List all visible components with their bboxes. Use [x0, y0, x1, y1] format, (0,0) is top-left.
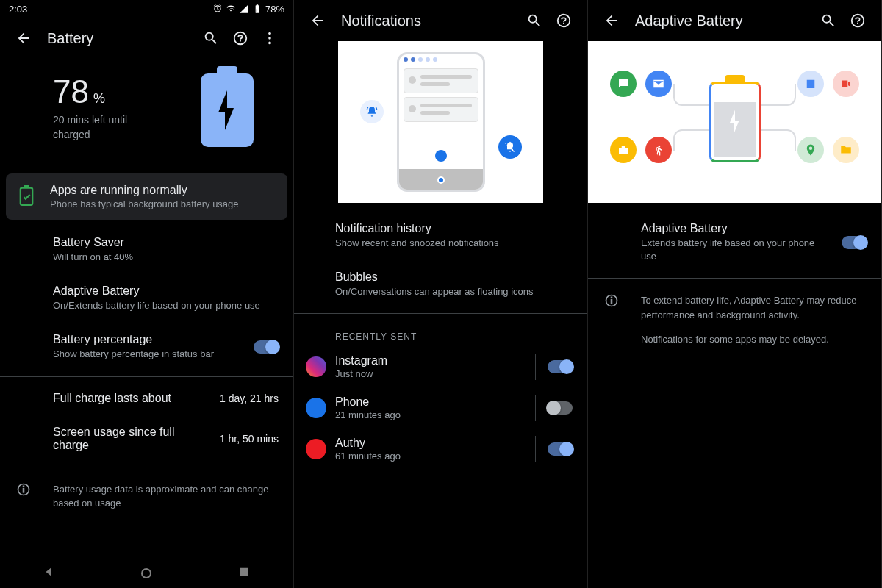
screen-usage-row[interactable]: Screen usage since full charge 1 hr, 50 … — [0, 415, 293, 462]
app-bar: Notifications — [294, 0, 587, 41]
recently-sent-header: RECENTLY SENT — [294, 318, 587, 346]
battery-percentage-toggle[interactable] — [254, 340, 279, 354]
svg-point-2 — [268, 42, 271, 45]
overflow-button[interactable] — [255, 24, 284, 53]
status-icons: 78% — [212, 4, 284, 15]
back-button[interactable] — [303, 6, 332, 35]
app-notification-toggle[interactable] — [548, 360, 573, 373]
run-chip-icon — [645, 137, 672, 163]
recently-sent-list: InstagramJust nowPhone21 minutes agoAuth… — [294, 346, 587, 470]
folder-chip-icon — [833, 137, 859, 163]
clock: 2:03 — [9, 4, 27, 15]
app-notification-toggle[interactable] — [548, 401, 573, 415]
search-button[interactable] — [196, 24, 226, 53]
bell-ring-icon — [360, 100, 384, 123]
info-icon — [604, 293, 619, 312]
svg-rect-6 — [23, 488, 24, 492]
alarm-icon — [212, 4, 223, 14]
app-bar: Adaptive Battery — [588, 0, 881, 41]
help-button[interactable] — [226, 24, 255, 53]
battery-large-icon — [201, 74, 254, 147]
svg-rect-8 — [240, 568, 248, 576]
back-button[interactable] — [597, 6, 626, 35]
app-notification-row[interactable]: Authy61 minutes ago — [294, 429, 587, 470]
app-notification-row[interactable]: Phone21 minutes ago — [294, 387, 587, 429]
adaptive-toggle-row[interactable]: Adaptive Battery Extends battery life ba… — [588, 212, 881, 273]
adaptive-battery-row[interactable]: Adaptive Battery On/Extends battery life… — [0, 274, 293, 323]
app-time: 21 minutes ago — [335, 409, 401, 420]
adaptive-info: To extend battery life, Adaptive Battery… — [588, 283, 881, 357]
battery-status-card[interactable]: Apps are running normally Phone has typi… — [6, 173, 287, 220]
app-time: 61 minutes ago — [335, 451, 401, 462]
help-icon — [556, 12, 572, 29]
nav-bar — [0, 559, 293, 588]
nav-home[interactable] — [141, 568, 151, 578]
app-icon — [306, 398, 326, 418]
notifications-screen: Notifications Notificati — [294, 0, 588, 588]
app-notification-toggle[interactable] — [548, 442, 573, 456]
phone-illustration — [397, 52, 485, 192]
app-name: Phone — [335, 395, 401, 409]
divider — [0, 376, 293, 377]
card-title: Apps are running normally — [50, 184, 274, 197]
search-icon — [820, 12, 836, 29]
bubbles-row[interactable]: Bubbles On/Conversations can appear as f… — [294, 260, 587, 309]
back-arrow-icon — [15, 30, 32, 46]
card-sub: Phone has typical background battery usa… — [50, 198, 274, 209]
page-title: Notifications — [341, 12, 520, 29]
wifi-icon — [226, 4, 236, 14]
battery-saver-row[interactable]: Battery Saver Will turn on at 40% — [0, 226, 293, 274]
app-bar: Battery — [0, 18, 293, 59]
svg-rect-10 — [611, 300, 612, 304]
divider — [0, 467, 293, 467]
help-icon — [232, 30, 248, 46]
briefcase-chip-icon — [610, 137, 637, 163]
app-notification-row[interactable]: InstagramJust now — [294, 346, 587, 387]
battery-percentage-row[interactable]: Battery percentage Show battery percenta… — [0, 323, 293, 371]
search-icon — [203, 30, 219, 46]
page-title: Adaptive Battery — [635, 12, 814, 29]
battery-info-footer: Battery usage data is approximate and ca… — [0, 472, 293, 521]
search-button[interactable] — [814, 6, 843, 35]
search-button[interactable] — [520, 6, 549, 35]
svg-point-0 — [268, 32, 271, 35]
battery-status-icon — [252, 4, 262, 14]
svg-rect-3 — [21, 188, 32, 205]
svg-rect-4 — [24, 185, 29, 188]
page-title: Battery — [47, 30, 196, 47]
info-icon — [16, 482, 31, 501]
svg-point-1 — [268, 37, 271, 40]
search-icon — [526, 12, 542, 29]
notification-history-row[interactable]: Notification history Show recent and sno… — [294, 212, 587, 260]
notifications-illustration — [338, 41, 543, 203]
svg-rect-11 — [611, 297, 612, 298]
status-bar: 2:03 78% — [0, 0, 293, 18]
app-time: Just now — [335, 368, 387, 379]
full-charge-value: 1 day, 21 hrs — [220, 392, 279, 404]
video-chip-icon — [833, 71, 859, 97]
battery-ok-icon — [19, 185, 34, 209]
location-chip-icon — [797, 137, 824, 163]
screen-usage-value: 1 hr, 50 mins — [220, 433, 279, 445]
back-button[interactable] — [9, 24, 38, 53]
help-button[interactable] — [549, 6, 578, 35]
full-charge-row[interactable]: Full charge lasts about 1 day, 21 hrs — [0, 381, 293, 415]
signal-icon — [239, 4, 249, 14]
app-name: Instagram — [335, 354, 387, 368]
back-arrow-icon — [603, 12, 620, 29]
battery-hero: 78 % 20 mins left until charged — [0, 59, 293, 168]
battery-pct-unit: % — [93, 91, 105, 107]
calendar-chip-icon — [797, 71, 824, 97]
nav-recents[interactable] — [237, 565, 251, 581]
app-icon — [306, 356, 326, 377]
app-name: Authy — [335, 437, 401, 450]
mail-chip-icon — [645, 71, 672, 97]
nav-back[interactable] — [43, 565, 56, 581]
more-vert-icon — [262, 30, 278, 46]
help-icon — [850, 12, 866, 29]
help-button[interactable] — [843, 6, 872, 35]
app-icon — [306, 439, 326, 459]
back-arrow-icon — [309, 12, 326, 29]
adaptive-battery-toggle[interactable] — [842, 236, 867, 249]
battery-hero-sub: 20 mins left until charged — [53, 113, 163, 142]
